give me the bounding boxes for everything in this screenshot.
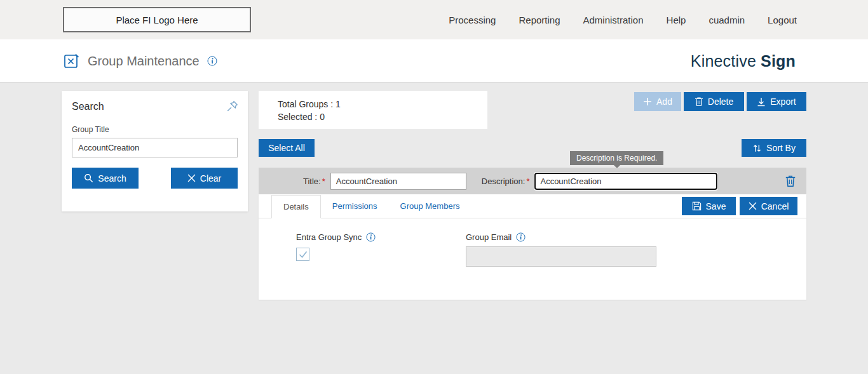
- group-email-label-row: Group Email: [466, 232, 656, 242]
- nav-help[interactable]: Help: [667, 15, 686, 25]
- export-button[interactable]: Export: [747, 92, 806, 111]
- clear-button-label: Clear: [200, 173, 221, 184]
- title-required-marker: *: [322, 177, 325, 186]
- close-icon: [187, 174, 196, 182]
- validation-tooltip-text: Description is Required.: [576, 154, 657, 163]
- top-bar: Place FI Logo Here Processing Reporting …: [0, 0, 868, 39]
- nav-administration[interactable]: Administration: [583, 15, 644, 25]
- plus-icon: [643, 97, 652, 106]
- page-header-left: Group Maintenance: [64, 39, 217, 83]
- group-title-label: Group Title: [72, 125, 238, 134]
- sort-icon: [752, 144, 762, 153]
- nav-reporting[interactable]: Reporting: [519, 15, 560, 25]
- nav-logout[interactable]: Logout: [768, 15, 797, 25]
- sort-by-button[interactable]: Sort By: [742, 139, 806, 157]
- details-tab-content: Entra Group Sync: [259, 218, 806, 261]
- page-title: Group Maintenance: [88, 54, 200, 69]
- group-edit-row: Title:* Description:*: [259, 168, 806, 194]
- screen: Place FI Logo Here Processing Reporting …: [0, 0, 868, 374]
- top-nav: Processing Reporting Administration Help…: [449, 0, 797, 39]
- group-title-input[interactable]: [330, 173, 466, 190]
- entra-group-sync-field: Entra Group Sync: [296, 232, 376, 261]
- sort-by-label: Sort By: [766, 143, 796, 153]
- clear-button[interactable]: Clear: [171, 168, 238, 189]
- fi-logo-text: Place FI Logo Here: [116, 15, 198, 25]
- group-description-input[interactable]: [534, 173, 717, 190]
- trash-icon: [695, 97, 703, 107]
- entra-group-sync-label-row: Entra Group Sync: [296, 232, 376, 242]
- search-icon: [84, 173, 93, 183]
- page-header: Group Maintenance Kinective Sign: [0, 39, 868, 83]
- title-field-label: Title:*: [303, 177, 325, 186]
- fi-logo-placeholder: Place FI Logo Here: [63, 7, 251, 32]
- select-all-button[interactable]: Select All: [259, 139, 315, 157]
- save-button[interactable]: Save: [682, 197, 736, 215]
- pin-icon[interactable]: [226, 100, 239, 113]
- save-button-label: Save: [706, 201, 726, 211]
- delete-button-label: Delete: [708, 97, 733, 107]
- cancel-button[interactable]: Cancel: [740, 197, 797, 215]
- export-button-label: Export: [770, 97, 796, 107]
- save-icon: [692, 201, 702, 211]
- tab-details[interactable]: Details: [271, 195, 321, 218]
- cancel-x-icon: [749, 202, 757, 210]
- group-maintenance-icon: [64, 53, 80, 69]
- delete-button[interactable]: Delete: [684, 92, 744, 111]
- search-panel: Search Group Title Search: [62, 91, 248, 211]
- tab-permissions[interactable]: Permissions: [321, 194, 389, 218]
- tab-permissions-label: Permissions: [332, 201, 377, 211]
- group-email-info-icon[interactable]: [516, 232, 526, 242]
- tabs-row: Details Permissions Group Members Save: [259, 194, 806, 218]
- group-email-input: [466, 246, 656, 267]
- entra-info-icon[interactable]: [366, 232, 376, 242]
- select-all-label: Select All: [268, 143, 305, 153]
- group-email-field: Group Email: [466, 232, 656, 267]
- panel-actions: Save Cancel: [682, 197, 797, 215]
- cancel-button-label: Cancel: [761, 201, 789, 211]
- total-groups-count: Total Groups : 1: [278, 98, 487, 110]
- entra-group-sync-checkbox[interactable]: [296, 248, 309, 261]
- description-required-marker: *: [526, 177, 529, 186]
- add-button-label: Add: [656, 97, 672, 107]
- search-button[interactable]: Search: [72, 168, 139, 189]
- group-email-label: Group Email: [466, 232, 512, 242]
- add-button: Add: [634, 92, 681, 111]
- validation-tooltip: Description is Required.: [570, 151, 663, 165]
- tab-group-members-label: Group Members: [400, 201, 460, 211]
- brand-name: Kinective: [691, 52, 756, 70]
- download-icon: [757, 97, 766, 107]
- search-panel-title: Search: [72, 101, 238, 112]
- nav-processing[interactable]: Processing: [449, 15, 496, 25]
- search-button-label: Search: [98, 173, 126, 184]
- description-field-label: Description:*: [482, 177, 530, 186]
- page-title-info-icon[interactable]: [207, 56, 217, 66]
- tab-group-members[interactable]: Group Members: [389, 194, 471, 218]
- brand-logo: Kinective Sign: [691, 39, 796, 83]
- summary-bar: Total Groups : 1 Selected : 0: [259, 91, 487, 129]
- entra-group-sync-label: Entra Group Sync: [296, 232, 362, 242]
- group-actions-toolbar: Add Delete Export: [634, 92, 806, 111]
- brand-suffix: Sign: [761, 52, 796, 70]
- group-title-search-input[interactable]: [72, 138, 238, 157]
- search-button-row: Search Clear: [72, 168, 238, 189]
- row-trash-icon[interactable]: [785, 175, 796, 187]
- selected-count: Selected : 0: [278, 110, 487, 123]
- checkmark-icon: [299, 251, 308, 258]
- nav-user-cuadmin[interactable]: cuadmin: [709, 15, 745, 25]
- tab-details-label: Details: [283, 202, 309, 211]
- group-detail-panel: Details Permissions Group Members Save: [259, 194, 806, 300]
